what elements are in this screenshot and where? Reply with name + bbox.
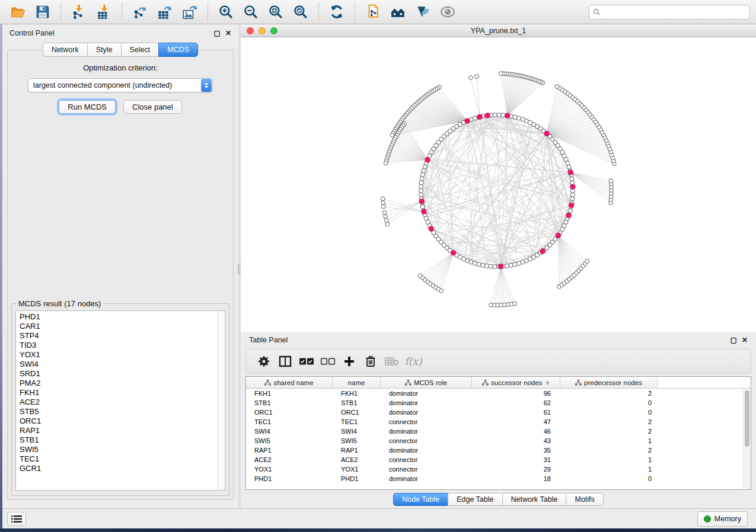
cell-role[interactable]: connector — [381, 464, 472, 474]
mcds-result-item[interactable]: SWI5 — [20, 445, 225, 454]
select-all-columns-icon[interactable] — [297, 352, 316, 371]
mcds-result-list[interactable]: PHD1CAR1STP4TID3YOX1SWI4SRD1PMA2FKH1ACE2… — [15, 310, 225, 491]
search-field[interactable] — [589, 5, 750, 20]
close-panel-button[interactable]: Close panel — [123, 100, 182, 114]
function-builder-icon[interactable]: f(x) — [404, 352, 423, 371]
memory-button[interactable]: Memory — [697, 511, 748, 527]
scrollbar-thumb[interactable] — [745, 390, 749, 447]
cell-role[interactable]: dominator — [381, 474, 472, 483]
close-panel-icon[interactable]: ✕ — [225, 30, 231, 37]
cell-name[interactable]: STB1 — [333, 398, 381, 408]
add-column-icon[interactable] — [340, 352, 359, 371]
tab-node-table[interactable]: Node Table — [393, 493, 448, 506]
cell-shared-name[interactable]: RAP1 — [246, 446, 333, 455]
open-icon[interactable] — [6, 2, 30, 22]
table-row[interactable]: YOX1YOX1connector291 — [246, 464, 751, 474]
cell-shared-name[interactable]: PHD1 — [246, 474, 333, 483]
cell-shared-name[interactable]: SWI4 — [246, 427, 333, 436]
mcds-result-item[interactable]: PMA2 — [20, 379, 225, 388]
run-mcds-button[interactable]: Run MCDS — [59, 100, 116, 114]
column-header-mcds-role[interactable]: MCDS role — [381, 377, 472, 388]
cell-predecessors[interactable]: 0 — [560, 474, 658, 483]
cell-name[interactable]: YOX1 — [333, 464, 381, 474]
cell-successors[interactable]: 43 — [472, 436, 560, 446]
cell-successors[interactable]: 31 — [472, 455, 560, 464]
mcds-result-item[interactable]: ORC1 — [20, 416, 225, 426]
cell-predecessors[interactable]: 2 — [560, 417, 658, 427]
cell-name[interactable]: SWI5 — [333, 436, 381, 446]
cell-shared-name[interactable]: YOX1 — [246, 464, 333, 474]
delete-column-icon[interactable] — [361, 352, 380, 371]
optimization-criterion-select[interactable]: largest connected component (undirected) — [28, 78, 213, 92]
zoom-fit-icon[interactable] — [264, 2, 288, 22]
cell-role[interactable]: connector — [381, 436, 472, 446]
cell-predecessors[interactable]: 1 — [560, 464, 658, 474]
zoom-out-icon[interactable] — [239, 2, 263, 22]
cell-shared-name[interactable]: TEC1 — [246, 417, 333, 427]
table-row[interactable]: SWI4SWI4dominator462 — [246, 427, 751, 436]
save-icon[interactable] — [31, 2, 55, 22]
mcds-result-item[interactable]: FKH1 — [20, 388, 225, 398]
first-neighbors-icon[interactable] — [386, 2, 410, 22]
close-table-panel-icon[interactable]: ✕ — [742, 336, 748, 344]
table-row[interactable]: ACE2ACE2connector311 — [246, 455, 751, 464]
cell-successors[interactable]: 46 — [472, 427, 560, 436]
network-canvas[interactable] — [241, 37, 756, 332]
mcds-result-item[interactable]: STP4 — [20, 331, 225, 341]
cell-predecessors[interactable]: 2 — [560, 389, 658, 398]
table-row[interactable]: PHD1PHD1dominator180 — [246, 474, 751, 483]
tab-network-table[interactable]: Network Table — [502, 493, 566, 506]
vizmapper-icon[interactable] — [411, 2, 435, 22]
cell-successors[interactable]: 96 — [472, 389, 560, 398]
tab-edge-table[interactable]: Edge Table — [448, 493, 502, 506]
tab-select[interactable]: Select — [121, 43, 159, 57]
tab-motifs[interactable]: Motifs — [566, 493, 603, 506]
mcds-result-item[interactable]: TEC1 — [20, 454, 225, 464]
mcds-result-item[interactable]: PHD1 — [20, 312, 225, 322]
table-row[interactable]: SWI5SWI5connector431 — [246, 436, 751, 446]
cell-successors[interactable]: 47 — [472, 417, 560, 427]
refresh-icon[interactable] — [325, 2, 349, 22]
cell-name[interactable]: RAP1 — [333, 446, 381, 455]
cell-predecessors[interactable]: 0 — [560, 398, 658, 408]
cell-successors[interactable]: 29 — [472, 464, 560, 474]
cell-role[interactable]: dominator — [381, 389, 472, 398]
cell-predecessors[interactable]: 2 — [560, 427, 658, 436]
column-header-predecessor-nodes[interactable]: predecessor nodes — [560, 377, 658, 388]
column-header-successor-nodes[interactable]: successor nodes ∨ — [472, 377, 560, 388]
mcds-result-item[interactable]: GCR1 — [20, 464, 225, 473]
column-header-name[interactable]: name — [333, 377, 381, 388]
cell-name[interactable]: FKH1 — [333, 389, 381, 398]
cell-predecessors[interactable]: 2 — [560, 446, 658, 455]
cell-role[interactable]: dominator — [381, 398, 472, 408]
zoom-selected-icon[interactable] — [289, 2, 312, 22]
cell-role[interactable]: dominator — [381, 446, 472, 455]
cell-role[interactable]: dominator — [381, 427, 472, 436]
table-row[interactable]: RAP1RAP1dominator352 — [246, 446, 751, 455]
mcds-result-item[interactable]: RAP1 — [20, 426, 225, 435]
network-window-titlebar[interactable]: YPA_prune.txt_1 — [241, 25, 756, 37]
cell-successors[interactable]: 62 — [472, 398, 560, 408]
mcds-result-item[interactable]: YOX1 — [20, 350, 225, 360]
cell-name[interactable]: ORC1 — [333, 408, 381, 417]
cell-predecessors[interactable]: 1 — [560, 455, 658, 464]
cell-shared-name[interactable]: STB1 — [246, 398, 333, 408]
import-network-icon[interactable] — [67, 2, 91, 22]
cell-shared-name[interactable]: ORC1 — [246, 408, 333, 417]
cell-name[interactable]: TEC1 — [333, 417, 381, 427]
mcds-result-item[interactable]: STB1 — [20, 435, 225, 445]
graph-nodes[interactable] — [381, 72, 616, 307]
search-input[interactable] — [603, 8, 746, 16]
cell-successors[interactable]: 18 — [472, 474, 560, 483]
cell-shared-name[interactable]: FKH1 — [246, 389, 333, 398]
zoom-in-icon[interactable] — [214, 2, 238, 22]
cell-shared-name[interactable]: SWI5 — [246, 436, 333, 446]
mcds-result-item[interactable]: CAR1 — [20, 322, 225, 331]
mcds-list-scrollbar[interactable] — [218, 311, 225, 490]
new-network-from-selection-icon[interactable] — [361, 2, 385, 22]
table-row[interactable]: FKH1FKH1dominator962 — [246, 389, 751, 398]
tab-style[interactable]: Style — [87, 43, 121, 57]
unselect-all-columns-icon[interactable] — [318, 352, 337, 371]
cell-name[interactable]: ACE2 — [333, 455, 381, 464]
cell-role[interactable]: dominator — [381, 408, 472, 417]
